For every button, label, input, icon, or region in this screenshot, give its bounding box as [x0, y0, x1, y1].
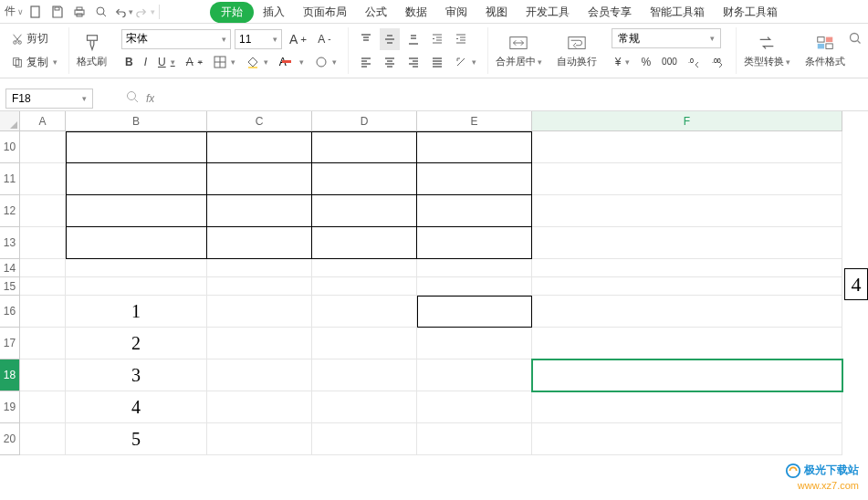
tab-devtools[interactable]: 开发工具: [517, 1, 579, 24]
type-convert-button[interactable]: 类型转换▾: [737, 27, 798, 74]
decrease-decimal-icon[interactable]: .00: [708, 51, 728, 73]
cell-E15[interactable]: [417, 277, 532, 296]
tab-smarttools[interactable]: 智能工具箱: [641, 1, 714, 24]
indent-increase-icon[interactable]: [451, 28, 471, 50]
row-header-19[interactable]: 19: [0, 391, 20, 423]
row-header-10[interactable]: 10: [0, 131, 20, 163]
cell-A17[interactable]: [20, 328, 66, 359]
italic-button[interactable]: I: [141, 51, 151, 73]
cell-A13[interactable]: [20, 227, 66, 259]
cell-A20[interactable]: [20, 423, 66, 455]
cell-B19[interactable]: 4: [66, 391, 207, 423]
cell-F16[interactable]: [532, 296, 842, 328]
cell-D18[interactable]: [312, 359, 417, 391]
strike-button[interactable]: A▾: [183, 51, 206, 73]
cell-D12[interactable]: [312, 195, 417, 227]
align-middle-icon[interactable]: [380, 28, 400, 50]
cell-E14[interactable]: [417, 259, 532, 277]
column-header-F[interactable]: F: [532, 111, 842, 131]
tab-view[interactable]: 视图: [476, 1, 517, 24]
cut-button[interactable]: 剪切: [7, 28, 61, 50]
cell-B18[interactable]: 3: [66, 359, 207, 391]
cell-E20[interactable]: [417, 423, 532, 455]
name-box[interactable]: F18▾: [5, 89, 93, 109]
cell-C13[interactable]: [207, 227, 312, 259]
tab-review[interactable]: 审阅: [436, 1, 476, 24]
cell-F15[interactable]: [532, 277, 842, 296]
cell-A18[interactable]: [20, 359, 66, 391]
currency-icon[interactable]: ¥▾: [612, 51, 634, 73]
cell-B17[interactable]: 2: [66, 328, 207, 359]
merge-center-button[interactable]: 合并居中▾: [488, 27, 549, 74]
cell-C14[interactable]: [207, 259, 312, 277]
cell-E18[interactable]: [417, 359, 532, 391]
column-header-B[interactable]: B: [66, 111, 207, 131]
cell-D10[interactable]: [312, 131, 417, 163]
cell-E13[interactable]: [417, 227, 532, 259]
cell-C10[interactable]: [207, 131, 312, 163]
cell-F10[interactable]: [532, 131, 842, 163]
align-top-icon[interactable]: [356, 28, 376, 50]
cell-C16[interactable]: [207, 296, 312, 328]
align-bottom-icon[interactable]: [403, 28, 424, 50]
cancel-fx-icon[interactable]: [126, 90, 139, 106]
tab-data[interactable]: 数据: [396, 1, 436, 24]
tab-finance[interactable]: 财务工具箱: [714, 1, 787, 24]
cell-C20[interactable]: [207, 423, 312, 455]
cell-B14[interactable]: [66, 259, 207, 277]
row-header-18[interactable]: 18: [0, 359, 20, 391]
cell-D20[interactable]: [312, 423, 417, 455]
cell-E16[interactable]: [417, 296, 532, 328]
cell-A19[interactable]: [20, 391, 66, 423]
cell-A10[interactable]: [20, 131, 66, 163]
cell-E10[interactable]: [417, 131, 532, 163]
cell-F12[interactable]: [532, 195, 842, 227]
cell-C15[interactable]: [207, 277, 312, 296]
row-header-20[interactable]: 20: [0, 423, 20, 455]
align-left-icon[interactable]: [356, 51, 376, 73]
cell-F20[interactable]: [532, 423, 842, 455]
search-icon[interactable]: [848, 31, 863, 48]
cell-A16[interactable]: [20, 296, 66, 328]
cell-D13[interactable]: [312, 227, 417, 259]
cell-B16[interactable]: 1: [66, 296, 207, 328]
cell-B12[interactable]: [66, 195, 207, 227]
select-all-corner[interactable]: [0, 111, 20, 131]
border-button[interactable]: ▾: [210, 51, 239, 73]
cell-E19[interactable]: [417, 391, 532, 423]
underline-button[interactable]: U▾: [154, 51, 179, 73]
indent-decrease-icon[interactable]: [427, 28, 447, 50]
increase-font-icon[interactable]: A+: [286, 28, 310, 50]
tab-member[interactable]: 会员专享: [579, 1, 641, 24]
cell-B13[interactable]: [66, 227, 207, 259]
fx-icon[interactable]: fx: [146, 92, 154, 105]
cell-F14[interactable]: [532, 259, 842, 277]
row-header-16[interactable]: 16: [0, 296, 20, 328]
copy-button[interactable]: 复制▾: [7, 51, 61, 73]
row-header-12[interactable]: 12: [0, 195, 20, 227]
cell-E12[interactable]: [417, 195, 532, 227]
orientation-icon[interactable]: ▾: [451, 51, 480, 73]
decrease-font-icon[interactable]: A-: [314, 28, 334, 50]
justify-icon[interactable]: [427, 51, 447, 73]
tab-formula[interactable]: 公式: [356, 1, 396, 24]
row-header-15[interactable]: 15: [0, 277, 20, 296]
tab-insert[interactable]: 插入: [254, 1, 294, 24]
cell-D16[interactable]: [312, 296, 417, 328]
increase-decimal-icon[interactable]: .0: [685, 51, 705, 73]
fill-color-button[interactable]: ▾: [243, 51, 272, 73]
align-right-icon[interactable]: [403, 51, 424, 73]
cell-F17[interactable]: [532, 328, 842, 359]
font-color-button[interactable]: A▾: [276, 51, 308, 73]
wrap-text-button[interactable]: 自动换行: [549, 27, 604, 74]
cell-D19[interactable]: [312, 391, 417, 423]
cell-D11[interactable]: [312, 163, 417, 195]
cell-F11[interactable]: [532, 163, 842, 195]
column-header-E[interactable]: E: [417, 111, 532, 131]
cell-A12[interactable]: [20, 195, 66, 227]
cell-B15[interactable]: [66, 277, 207, 296]
cell-F18[interactable]: [532, 359, 842, 391]
font-name-select[interactable]: 宋体▾: [121, 29, 231, 49]
row-header-17[interactable]: 17: [0, 328, 20, 359]
percent-icon[interactable]: %: [637, 51, 654, 73]
